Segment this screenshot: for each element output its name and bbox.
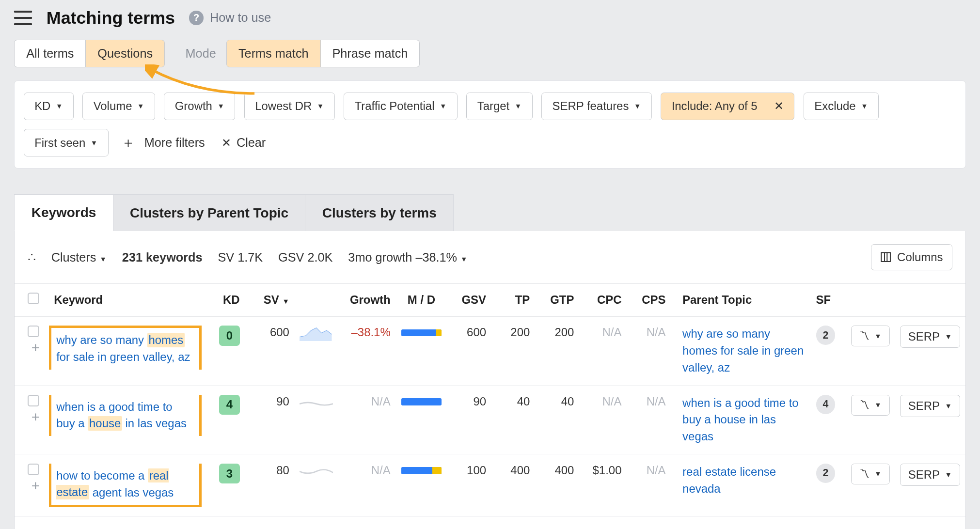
- plus-icon: ＋: [121, 133, 135, 153]
- page-title: Matching terms: [47, 8, 175, 28]
- row-checkbox[interactable]: [28, 395, 39, 406]
- chart-icon: 〽: [859, 468, 869, 480]
- th-sv[interactable]: SV ▼: [245, 283, 294, 316]
- cell-cpc: N/A: [579, 316, 627, 385]
- cell-sv: 600: [245, 316, 294, 385]
- mode-label: Mode: [175, 40, 226, 67]
- cell-gsv: 600: [447, 316, 491, 385]
- tab-terms-match[interactable]: Terms match: [226, 40, 320, 68]
- th-growth: Growth: [338, 283, 395, 316]
- filter-include[interactable]: Include: Any of 5 ✕: [661, 93, 794, 120]
- parent-topic-link[interactable]: when is a good time to buy a house in la…: [682, 396, 799, 443]
- cell-gtp: 40: [535, 386, 579, 454]
- cell-md: [395, 316, 447, 385]
- cell-cpc: N/A: [579, 386, 627, 454]
- kd-badge: 3: [219, 464, 240, 483]
- cell-gsv: 100: [447, 454, 491, 517]
- expand-icon[interactable]: +: [28, 340, 44, 356]
- cell-tp: 40: [491, 386, 535, 454]
- keyword-link[interactable]: how to become a real estate agent las ve…: [56, 468, 174, 499]
- clusters-dropdown[interactable]: Clusters ▼: [51, 250, 107, 264]
- th-tp: TP: [491, 283, 535, 316]
- keyword-link[interactable]: when is a good time to buy a house in la…: [56, 400, 187, 431]
- kd-badge: 4: [219, 395, 240, 415]
- close-icon: ✕: [221, 136, 231, 150]
- expand-icon[interactable]: +: [28, 409, 44, 425]
- keywords-table: Keyword KD SV ▼ Growth M / D GSV TP GTP …: [15, 283, 965, 517]
- cell-gsv: 90: [447, 386, 491, 454]
- th-cps: CPS: [627, 283, 671, 316]
- cell-sv: 80: [245, 454, 294, 517]
- sparkline: [295, 454, 338, 517]
- sf-badge[interactable]: 2: [816, 464, 836, 483]
- more-filters-button[interactable]: ＋More filters: [117, 130, 208, 155]
- cell-cpc: $1.00: [579, 454, 627, 517]
- th-gtp: GTP: [535, 283, 579, 316]
- subtab-keywords[interactable]: Keywords: [14, 194, 113, 232]
- serp-button[interactable]: SERP ▼: [900, 464, 960, 486]
- filter-traffic-potential[interactable]: Traffic Potential▼: [344, 93, 458, 120]
- sparkline: [295, 316, 338, 385]
- close-icon[interactable]: ✕: [774, 99, 784, 113]
- sparkline: [295, 386, 338, 454]
- tab-questions[interactable]: Questions: [86, 40, 165, 68]
- row-checkbox[interactable]: [28, 464, 39, 475]
- help-label: How to use: [210, 11, 271, 25]
- subtab-clusters-terms[interactable]: Clusters by terms: [305, 194, 454, 231]
- subtab-clusters-parent[interactable]: Clusters by Parent Topic: [113, 194, 306, 231]
- serp-button[interactable]: SERP ▼: [900, 326, 960, 348]
- row-checkbox[interactable]: [28, 326, 39, 337]
- parent-topic-link[interactable]: real estate license nevada: [682, 465, 776, 495]
- clear-filters-button[interactable]: ✕Clear: [218, 133, 269, 153]
- cell-growth: –38.1%: [338, 316, 395, 385]
- trend-button[interactable]: 〽▼: [851, 464, 890, 484]
- sf-badge[interactable]: 2: [816, 326, 836, 345]
- cell-cps: N/A: [627, 316, 671, 385]
- th-kd: KD: [207, 283, 245, 316]
- parent-topic-link[interactable]: why are so many homes for sale in green …: [682, 327, 804, 373]
- clusters-icon: ∴: [28, 249, 36, 265]
- filter-exclude[interactable]: Exclude▼: [804, 93, 879, 120]
- cell-md: [395, 454, 447, 517]
- menu-icon[interactable]: [14, 11, 32, 25]
- filter-kd[interactable]: KD▼: [24, 93, 74, 120]
- keyword-link[interactable]: why are so many homes for sale in green …: [56, 333, 190, 363]
- tab-phrase-match[interactable]: Phrase match: [321, 40, 420, 68]
- svg-rect-0: [881, 253, 890, 262]
- serp-button[interactable]: SERP ▼: [900, 395, 960, 417]
- expand-icon[interactable]: +: [28, 478, 44, 494]
- meta-gsv: GSV 2.0K: [278, 250, 332, 264]
- filter-first-seen[interactable]: First seen▼: [24, 129, 109, 156]
- keywords-count: 231 keywords: [122, 250, 203, 264]
- filter-volume[interactable]: Volume▼: [82, 93, 155, 120]
- meta-sv: SV 1.7K: [218, 250, 263, 264]
- cell-md: [395, 386, 447, 454]
- trend-button[interactable]: 〽▼: [851, 395, 890, 416]
- th-gsv: GSV: [447, 283, 491, 316]
- cell-growth: N/A: [338, 454, 395, 517]
- th-md: M / D: [395, 283, 447, 316]
- select-all-checkbox[interactable]: [28, 293, 39, 304]
- th-sf: SF: [811, 283, 846, 316]
- th-cpc: CPC: [579, 283, 627, 316]
- chart-icon: 〽: [859, 330, 869, 342]
- tab-all-terms[interactable]: All terms: [14, 40, 86, 68]
- kd-badge: 0: [219, 326, 240, 345]
- help-icon: ?: [189, 11, 203, 25]
- cell-tp: 200: [491, 316, 535, 385]
- sf-badge[interactable]: 4: [816, 395, 836, 414]
- cell-tp: 400: [491, 454, 535, 517]
- table-row: +how to become a real estate agent las v…: [15, 454, 965, 517]
- cell-growth: N/A: [338, 386, 395, 454]
- filter-growth[interactable]: Growth▼: [164, 93, 235, 120]
- help-link[interactable]: ? How to use: [189, 11, 271, 25]
- meta-growth[interactable]: 3mo growth –38.1% ▼: [348, 250, 467, 264]
- cell-cps: N/A: [627, 454, 671, 517]
- filter-serp-features[interactable]: SERP features▼: [541, 93, 652, 120]
- columns-button[interactable]: Columns: [871, 244, 952, 270]
- filter-target[interactable]: Target▼: [466, 93, 532, 120]
- columns-icon: [881, 252, 891, 262]
- cell-gtp: 200: [535, 316, 579, 385]
- trend-button[interactable]: 〽▼: [851, 326, 890, 346]
- filter-lowest-dr[interactable]: Lowest DR▼: [244, 93, 335, 120]
